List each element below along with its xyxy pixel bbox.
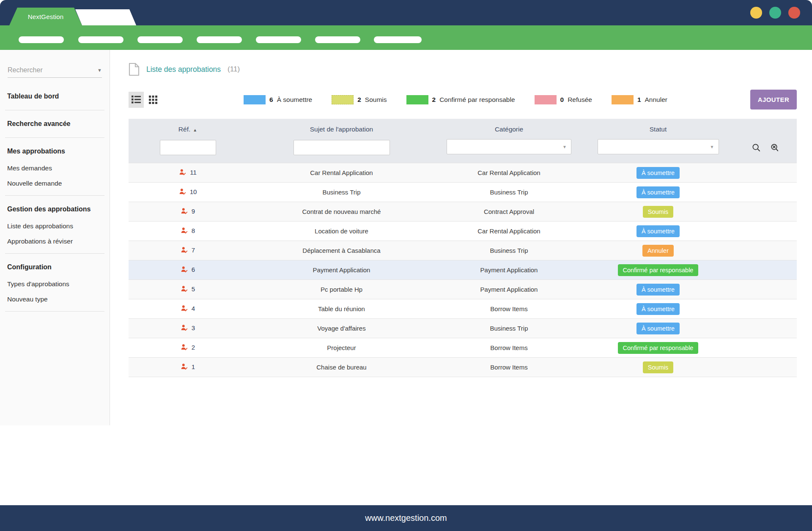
ref-number: 10: [190, 188, 197, 195]
table-row[interactable]: 9 Contrat de nouveau marché Contract App…: [129, 202, 797, 222]
category-cell: Payment Application: [480, 266, 538, 274]
ref-number: 4: [192, 305, 195, 312]
list-view-icon: [132, 96, 141, 104]
page-count: (11): [228, 65, 240, 74]
nav-item-placeholder-4[interactable]: [197, 36, 242, 43]
legend-item-confirme: 2 Confirmé par responsable: [406, 95, 515, 104]
sidebar-item-recherche-avancee[interactable]: Recherche avancée: [0, 115, 110, 133]
table-row[interactable]: 3 Voyage d'affaires Business Trip À soum…: [129, 319, 797, 338]
table-row[interactable]: 2 Projecteur Borrow Items Confirmé par r…: [129, 338, 797, 358]
category-cell: Borrow Items: [490, 305, 527, 312]
status-badge: À soumettre: [636, 186, 680, 198]
table-row[interactable]: 5 Pc portable Hp Payment Application À s…: [129, 280, 797, 299]
user-check-icon: [181, 344, 188, 351]
ref-number: 2: [192, 344, 195, 351]
sidebar-item-mes-demandes[interactable]: Mes demandes: [0, 161, 110, 176]
category-cell: Business Trip: [490, 189, 528, 196]
search-button[interactable]: [751, 142, 762, 153]
column-header-actions: [734, 119, 797, 135]
table-row[interactable]: 1 Chaise de bureau Borrow Items Soumis: [129, 358, 797, 377]
sidebar: Rechercher ▼ Tableau de bord Recherche a…: [0, 50, 110, 425]
status-filter-select[interactable]: ▼: [598, 139, 719, 154]
user-check-icon: [181, 208, 188, 215]
column-label: Statut: [650, 126, 667, 133]
ref-filter-input[interactable]: [160, 140, 216, 155]
sidebar-item-liste-des-approbations[interactable]: Liste des approbations: [0, 219, 110, 234]
sidebar-item-approbations-a-reviser[interactable]: Approbations à réviser: [0, 234, 110, 249]
list-view-button[interactable]: [129, 92, 144, 108]
category-cell: Car Rental Application: [477, 169, 540, 176]
subject-cell: Chaise de bureau: [316, 364, 366, 371]
column-label: Sujet de l'approbation: [310, 126, 373, 133]
subject-filter-input[interactable]: [294, 140, 390, 155]
top-bar: NextGestion: [0, 0, 812, 25]
nav-item-placeholder-7[interactable]: [374, 36, 422, 43]
brand-tab[interactable]: NextGestion: [9, 8, 82, 25]
table-row[interactable]: 10 Business Trip Business Trip À soumett…: [129, 183, 797, 202]
column-label: Réf.: [178, 126, 190, 133]
ref-number: 5: [192, 285, 195, 293]
user-check-icon: [181, 266, 188, 273]
status-badge: Soumis: [643, 361, 673, 373]
column-header-status[interactable]: Statut: [582, 119, 734, 135]
column-label: Catégorie: [495, 126, 523, 133]
table-body: 11 Car Rental Application Car Rental App…: [129, 163, 797, 377]
nav-item-placeholder-5[interactable]: [256, 36, 301, 43]
legend-label: Annuler: [645, 96, 667, 104]
window-dot-yellow[interactable]: [750, 7, 762, 19]
legend-count: 6: [269, 96, 273, 104]
user-check-icon: [181, 305, 188, 312]
nav-item-placeholder-1[interactable]: [19, 36, 64, 43]
table-row[interactable]: 6 Payment Application Payment Applicatio…: [129, 260, 797, 280]
column-header-subject[interactable]: Sujet de l'approbation: [247, 119, 436, 135]
category-cell: Payment Application: [480, 286, 538, 293]
user-check-icon: [181, 324, 188, 331]
document-icon: [129, 63, 140, 76]
status-legend: 6 À soumettre 2 Soumis 2 Confirmé par re…: [231, 95, 667, 104]
legend-label: Confirmé par responsable: [439, 96, 515, 104]
sidebar-item-types-dapprobations[interactable]: Types d'approbations: [0, 276, 110, 292]
sidebar-item-nouvelle-demande[interactable]: Nouvelle demande: [0, 176, 110, 191]
subject-cell: Déplacement à Casablanca: [302, 247, 380, 254]
legend-item-refusee: 0 Refusée: [535, 95, 592, 104]
category-cell: Business Trip: [490, 247, 528, 254]
category-filter-select[interactable]: ▼: [447, 139, 571, 154]
table-row[interactable]: 8 Location de voiture Car Rental Applica…: [129, 222, 797, 241]
subject-cell: Table du réunion: [318, 305, 365, 312]
status-badge: À soumettre: [636, 167, 680, 179]
column-header-ref[interactable]: Réf.▲: [129, 119, 247, 135]
table-row[interactable]: 4 Table du réunion Borrow Items À soumet…: [129, 299, 797, 319]
sidebar-section-gestion-des-approbations[interactable]: Gestion des approbations: [0, 200, 110, 219]
sidebar-item-tableau-de-bord[interactable]: Tableau de bord: [0, 87, 110, 106]
nav-item-placeholder-2[interactable]: [78, 36, 123, 43]
subject-cell: Pc portable Hp: [321, 286, 362, 293]
category-cell: Borrow Items: [490, 344, 527, 351]
sidebar-section-configuration[interactable]: Configuration: [0, 258, 110, 276]
sidebar-search-select[interactable]: Rechercher ▼: [8, 63, 102, 78]
category-cell: Contract Approval: [484, 208, 534, 215]
column-header-category[interactable]: Catégorie: [436, 119, 582, 135]
add-button[interactable]: AJOUTER: [750, 90, 797, 109]
legend-count: 2: [357, 96, 361, 104]
grid-view-button[interactable]: [145, 92, 161, 108]
status-badge: Confirmé par responsable: [618, 342, 699, 354]
subject-cell: Payment Application: [313, 266, 370, 274]
status-badge: À soumettre: [636, 225, 680, 237]
table-row[interactable]: 7 Déplacement à Casablanca Business Trip…: [129, 241, 797, 260]
legend-label: Soumis: [365, 96, 387, 104]
clear-search-button[interactable]: [769, 142, 780, 153]
divider: [5, 195, 104, 196]
ref-number: 11: [190, 169, 197, 176]
nav-item-placeholder-6[interactable]: [315, 36, 360, 43]
window-dot-red[interactable]: [788, 7, 800, 19]
sidebar-section-mes-approbations[interactable]: Mes approbations: [0, 142, 110, 161]
view-toggles: [129, 92, 161, 108]
page-header: Liste des approbations (11): [129, 63, 797, 76]
window-dot-green[interactable]: [769, 7, 781, 19]
table-row[interactable]: 11 Car Rental Application Car Rental App…: [129, 163, 797, 183]
ref-number: 1: [192, 363, 195, 370]
toolbar: 6 À soumettre 2 Soumis 2 Confirmé par re…: [129, 90, 797, 109]
sidebar-nav: Tableau de bord Recherche avancée Mes ap…: [0, 87, 110, 312]
sidebar-item-nouveau-type[interactable]: Nouveau type: [0, 292, 110, 307]
nav-item-placeholder-3[interactable]: [137, 36, 183, 43]
